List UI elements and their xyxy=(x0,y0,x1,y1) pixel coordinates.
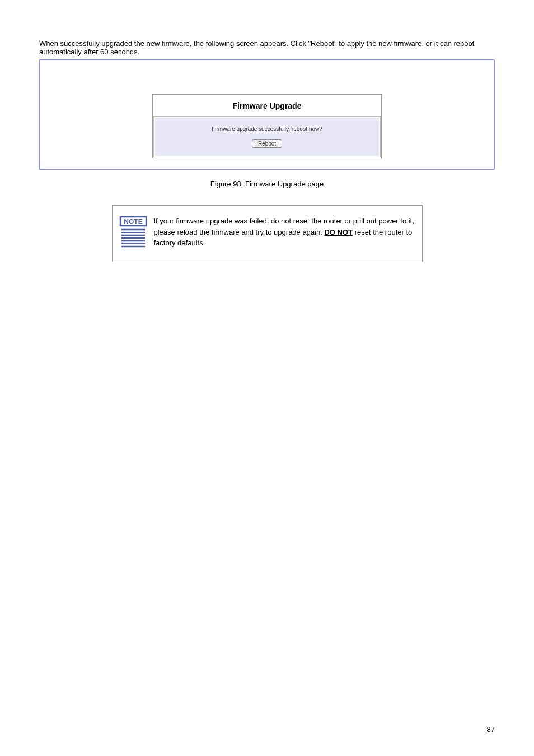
intro-text: When successfully upgraded the new firmw… xyxy=(39,39,495,56)
note-part2: DO NOT xyxy=(324,228,353,236)
dialog-content: Firmware upgrade successfully, reboot no… xyxy=(155,118,379,156)
dialog-box: Firmware Upgrade Firmware upgrade succes… xyxy=(152,94,382,158)
note-icon: NOTE xyxy=(119,216,147,249)
note-text: If your firmware upgrade was failed, do … xyxy=(154,216,415,249)
figure-container: Firmware Upgrade Firmware upgrade succes… xyxy=(39,59,495,170)
dialog-title: Firmware Upgrade xyxy=(233,101,302,110)
figure-caption: Figure 98: Firmware Upgrade page xyxy=(39,180,495,188)
svg-text:NOTE: NOTE xyxy=(124,218,142,226)
dialog-message: Firmware upgrade successfully, reboot no… xyxy=(161,126,373,132)
page-number: 87 xyxy=(487,725,495,734)
note-icon-wrapper: NOTE xyxy=(119,216,147,251)
reboot-button[interactable]: Reboot xyxy=(252,139,282,148)
note-box: NOTE If your firmware upgrade was failed… xyxy=(112,205,423,262)
dialog-header: Firmware Upgrade xyxy=(153,95,381,116)
dialog-content-wrapper: Firmware upgrade successfully, reboot no… xyxy=(153,116,381,157)
